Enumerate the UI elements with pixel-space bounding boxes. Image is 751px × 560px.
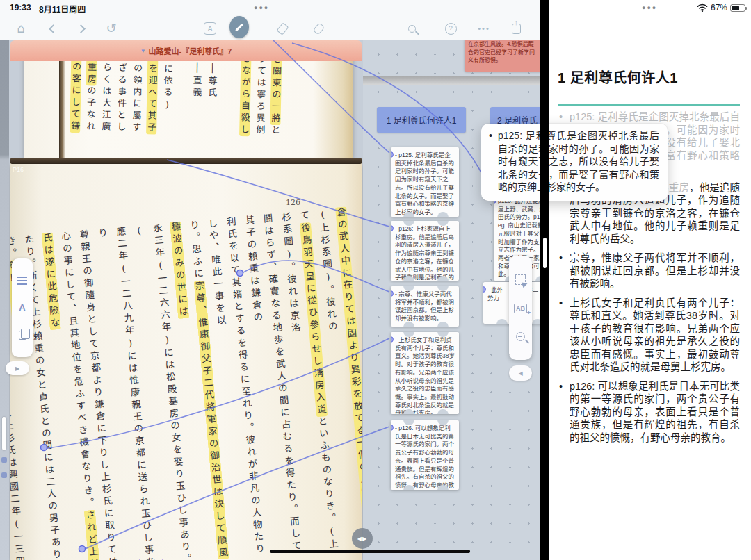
text-span: りては寧ろ異例 [255,53,266,136]
card-notch [403,322,414,327]
highlight-span[interactable]: 洛の客にして鎌 [70,50,81,133]
bullet-text: 上杉氏女子和足利贞氏有两个儿子：尊氏和直义。她活到尊氏38岁时。对于孩子的教育很… [570,297,740,373]
back-icon[interactable] [43,19,63,38]
outline-title: 1 足利尊氏何许人1 [558,67,740,87]
status-right-cluster: 67% [697,3,745,13]
bottom-scroll-bar[interactable] [270,550,470,553]
status-bar-left: 19:33 8月11日周四 ●●● [0,0,540,15]
text-span: 傑の領内に屬す [131,51,143,134]
text-span: り。思ふに [188,220,204,281]
book-column: │直義 [187,62,204,155]
teal-section-line [558,104,740,106]
wifi-icon [697,3,708,12]
outline-list-icon[interactable] [17,277,27,285]
card-notch [437,485,449,490]
edge-marker [1,457,7,463]
book-edge-divider [10,158,362,164]
highlight-span[interactable]: 女を迎へて其子 [146,51,158,134]
eraser-icon[interactable] [309,19,328,38]
toolbar-collapse-icon[interactable]: ◀ [509,365,532,381]
add-text-icon[interactable]: AB [514,304,527,313]
document-title: 山路愛山-『足利尊氏』7 [149,45,232,56]
mindmap-section-bar [363,76,540,85]
text-span: 恐らくは大江廣 [100,51,112,133]
book-column: 恐らくは大江廣 [97,51,114,154]
home-icon[interactable]: ⌂ [11,19,31,38]
title-divider [558,97,740,97]
mindmap-note-card[interactable]: - 宗尊、惟康父子两代将军并不顺利，都被阴谋赶回京都。但是上杉却并没有被影响。 [391,286,459,327]
card-notch [403,485,414,490]
bullet-text: 宗尊，惟康父子两代将军并不顺利，都被阴谋赶回京都。但是上杉却并没有被影响。 [570,252,740,289]
link-anchor-dot[interactable] [391,151,394,158]
document-pane: き關東の一將とりては寧ろ異例きながら自殺し│尊氏│直義等に依る)女を迎へて其子傑… [0,40,363,560]
zoom-out-icon[interactable] [516,332,525,341]
book-column: りては寧ろ異例 [251,53,268,156]
highlighter-icon[interactable] [273,19,292,38]
mindmap-note-card[interactable]: - p126: 可以想象足利氏是日本无可比类的第一等源氏的家门。两个贵公子有野心… [391,420,459,490]
link-anchor-dot[interactable] [391,336,394,343]
multitask-dots-left-icon[interactable]: ●●● [254,4,269,11]
link-anchor-dot[interactable] [391,290,394,297]
mindmap-topic-1[interactable]: 1 足利尊氏何许人1 [377,107,466,133]
help-icon[interactable]: ? [441,19,460,38]
pen-tool-icon[interactable] [229,17,249,37]
document-edge-strip[interactable] [0,40,9,560]
book-column: 傑の領内に屬す [127,51,145,154]
link-anchor-dot[interactable] [391,425,394,431]
right-split-window: ●●● 67% 1 足利尊氏何许人1 p125: 足利尊氏是企图灭掉北条最后自杀… [549,0,751,560]
outline-bullet[interactable]: 宗尊，惟康父子两代将军并不顺利，都被阴谋赶回京都。但是上杉却并没有被影响。 [558,252,740,290]
sidebar-expand-handle[interactable]: ▶ [6,361,29,375]
duplicate-page-icon[interactable] [19,331,26,340]
edge-marker [1,472,7,478]
undo-icon[interactable]: ↺ [102,19,121,38]
link-anchor-dot[interactable] [483,286,486,293]
note-text: - 上杉氏女子和足利贞氏有两个儿子：尊氏和直义。她活到尊氏38岁时。对于孩子的教… [395,336,455,414]
outline-bullet[interactable]: 上杉氏女子和足利贞氏有两个儿子：尊氏和直义。她活到尊氏38岁时。对于孩子的教育很… [558,297,740,374]
split-divider[interactable] [540,0,549,560]
mindmap-note-card[interactable]: - p125: 足利尊氏是企图灭掉北条最后自杀的足利家时的孙子。可能因为家时有窥… [391,147,459,217]
card-notch [403,276,414,281]
book-column: │尊氏 [202,63,220,156]
document-tab-header[interactable]: ▼ 山路愛山-『足利尊氏』7 [10,40,362,61]
mindmap-pane[interactable]: 在京都生风波。4.恐惧后醍 仓的官吏已经学习了新学问 义有所恐惧。 1 足利尊氏… [363,40,540,560]
split-resize-handle[interactable]: ◀▶ [352,528,373,549]
highlight-span[interactable]: 倉の武人中に在りては固より異彩を放てる一個の人物なりき。 [334,206,362,547]
note-text: - p125: 足利尊氏是企图灭掉北条最后自杀的足利家时的孙子。可能因为家时有窥… [395,151,454,215]
divider-scroll-pill[interactable] [543,238,547,268]
highlight-span[interactable]: きながら自殺し [239,53,251,136]
text-box-icon[interactable]: A [200,19,220,38]
book-column: 等に依る) [158,52,175,155]
lasso-select-icon[interactable] [515,274,526,285]
collapse-arrow-icon[interactable]: ▼ [140,48,146,54]
page-number: 126 [286,198,300,207]
annotation-mini-toolbar: A [12,258,33,357]
outline-bullet[interactable]: p126: 可以想象足利氏是日本无可比类的第一等源氏的家门，两个贵公子有野心勃勃… [558,380,740,445]
status-date: 8月11日周四 [39,3,86,15]
highlight-span[interactable]: き關東の一將 [270,54,282,125]
card-notch [437,322,449,327]
card-notch [535,276,540,281]
book-column: 洛の客にして鎌 [66,50,83,153]
text-span: て [298,210,309,223]
search-icon[interactable] [402,19,421,38]
forward-icon[interactable] [71,19,90,38]
mindmap-pink-note[interactable]: 在京都生风波。4.恐惧后醍 仓的官吏已经学习了新学问 义有所恐惧。 [465,40,540,72]
book-column: 杉重房の子なれ [81,50,99,153]
popup-text: p125: 足利尊氏是企图灭掉北条最后自杀的足利家时的孙子。可能因为家时有窥天下… [498,130,659,192]
text-style-icon[interactable]: A [19,302,25,313]
share-icon[interactable] [506,19,526,38]
link-anchor-dot[interactable] [391,225,394,231]
battery-percent: 67% [711,3,727,13]
note-preview-popup[interactable]: p125: 足利尊氏是企图灭掉北条最后自杀的足利家时的孙子。可能因为家时有窥天下… [481,124,668,201]
card-notch [496,319,508,324]
more-icon[interactable]: ••• [474,19,494,38]
mindmap-note-card[interactable]: - p126: 上杉家源自上杉重房。他是追随后鸟羽的清房入道遁儿子，作为追随宗尊… [391,221,459,281]
app-toolbar: ⌂ ↺ A ? ••• [0,15,540,40]
mindmap-note-card[interactable]: - 上杉氏女子和足利贞氏有两个儿子：尊氏和直义。她活到尊氏38岁时。对于孩子的教… [391,332,459,414]
book-column: らざる事件とし [112,51,129,154]
note-text: - p126: 上杉家源自上杉重房。他是追随后鸟羽的清房入道遁儿子，作为追随宗尊… [395,225,454,281]
book-column: 女を迎へて其子 [143,51,160,154]
doc-scroll-indicator[interactable] [2,417,6,450]
multitask-dots-right-icon[interactable]: ●●● [642,4,657,11]
card-notch [437,409,449,414]
